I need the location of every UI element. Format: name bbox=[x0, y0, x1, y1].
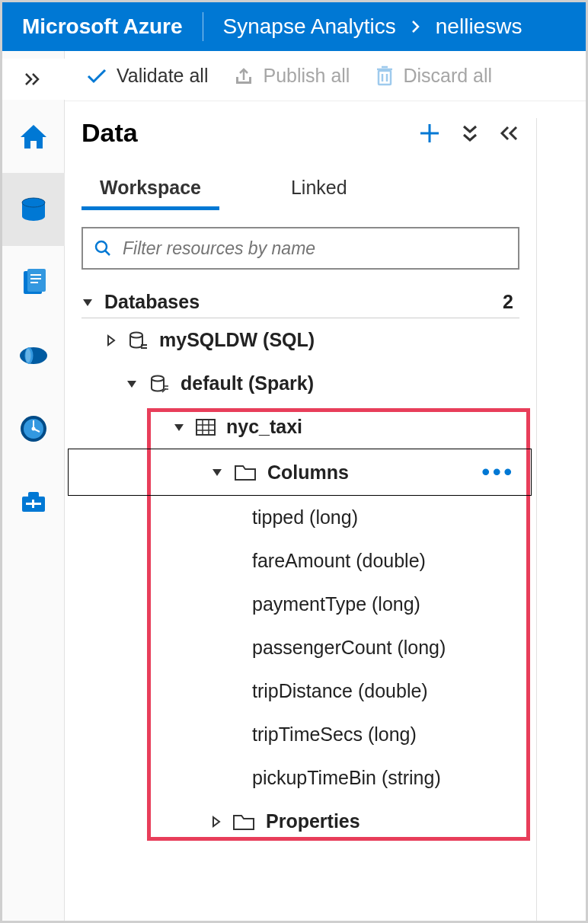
svg-rect-18 bbox=[236, 77, 238, 84]
nav-manage[interactable] bbox=[2, 465, 65, 538]
column-item[interactable]: tripDistance (double) bbox=[81, 669, 519, 713]
column-label: fareAmount (double) bbox=[252, 550, 426, 572]
resource-tree: Databases 2 mySQLDW (SQL) bbox=[81, 286, 536, 843]
databases-count: 2 bbox=[503, 291, 513, 313]
check-icon bbox=[86, 68, 107, 85]
db-default-spark-label: default (Spark) bbox=[181, 372, 314, 394]
svg-rect-16 bbox=[32, 500, 34, 508]
column-label: tripTimeSecs (long) bbox=[252, 723, 417, 746]
svg-rect-24 bbox=[197, 420, 215, 435]
column-item[interactable]: pickupTimeBin (string) bbox=[81, 756, 519, 800]
column-label: tripDistance (double) bbox=[252, 680, 428, 702]
column-label: paymentType (long) bbox=[252, 593, 420, 615]
svg-point-22 bbox=[130, 332, 142, 337]
publish-icon bbox=[234, 66, 254, 86]
column-item[interactable]: passengerCount (long) bbox=[81, 626, 519, 669]
nav-monitor[interactable] bbox=[2, 392, 65, 465]
column-label: pickupTimeBin (string) bbox=[252, 767, 441, 789]
column-item[interactable]: tipped (long) bbox=[81, 496, 519, 539]
add-button[interactable] bbox=[417, 121, 442, 145]
tab-linked[interactable]: Linked bbox=[273, 169, 366, 210]
column-item[interactable]: paymentType (long) bbox=[81, 583, 519, 626]
database-spark-icon bbox=[149, 373, 170, 394]
search-icon bbox=[94, 239, 112, 257]
chevrons-down-icon bbox=[462, 123, 478, 143]
validate-all-button[interactable]: Validate all bbox=[86, 65, 208, 87]
top-header: Microsoft Azure Synapse Analytics nellie… bbox=[2, 2, 586, 51]
table-nyc-taxi[interactable]: nyc_taxi bbox=[81, 405, 519, 449]
folder-icon bbox=[232, 813, 255, 831]
chevron-down-icon bbox=[211, 466, 223, 478]
expand-all-button[interactable] bbox=[462, 123, 478, 143]
svg-rect-20 bbox=[379, 71, 391, 85]
tab-workspace[interactable]: Workspace bbox=[81, 169, 219, 210]
svg-point-9 bbox=[25, 349, 30, 362]
folder-icon bbox=[234, 463, 257, 481]
svg-rect-14 bbox=[28, 492, 39, 498]
svg-point-7 bbox=[20, 347, 47, 364]
plus-icon bbox=[417, 121, 442, 145]
table-nyc-taxi-label: nyc_taxi bbox=[226, 416, 302, 438]
nav-integrate[interactable] bbox=[2, 319, 65, 392]
chevron-down-icon[interactable] bbox=[81, 296, 94, 308]
column-label: tipped (long) bbox=[252, 506, 358, 529]
discard-all-button[interactable]: Discard all bbox=[375, 65, 492, 87]
expand-nav-button[interactable] bbox=[2, 59, 65, 100]
brand-label: Microsoft Azure bbox=[22, 14, 183, 39]
columns-folder[interactable]: Columns ••• bbox=[81, 449, 519, 496]
filter-box[interactable] bbox=[81, 227, 519, 270]
panel-title: Data bbox=[81, 118, 138, 148]
db-mysqldw[interactable]: mySQLDW (SQL) bbox=[81, 318, 519, 362]
column-item[interactable]: fareAmount (double) bbox=[81, 539, 519, 583]
databases-label[interactable]: Databases bbox=[104, 291, 200, 313]
db-mysqldw-label: mySQLDW (SQL) bbox=[159, 329, 315, 351]
publish-all-label: Publish all bbox=[263, 65, 350, 87]
validate-all-label: Validate all bbox=[117, 65, 208, 87]
nav-data[interactable] bbox=[2, 173, 65, 246]
breadcrumb-service[interactable]: Synapse Analytics bbox=[223, 14, 396, 39]
command-bar: Validate all Publish all bbox=[65, 51, 586, 101]
table-icon bbox=[196, 419, 216, 436]
separator bbox=[203, 12, 203, 41]
more-actions-button[interactable]: ••• bbox=[481, 459, 519, 485]
column-label: passengerCount (long) bbox=[252, 637, 446, 659]
columns-label: Columns bbox=[267, 462, 349, 484]
left-nav bbox=[2, 51, 65, 921]
svg-rect-3 bbox=[27, 269, 46, 292]
collapse-panel-button[interactable] bbox=[498, 125, 519, 142]
svg-rect-6 bbox=[30, 282, 38, 283]
svg-point-23 bbox=[152, 375, 164, 381]
column-item[interactable]: tripTimeSecs (long) bbox=[81, 713, 519, 756]
nav-develop[interactable] bbox=[2, 246, 65, 319]
data-tabs: Workspace Linked bbox=[81, 169, 536, 210]
nav-home[interactable] bbox=[2, 100, 65, 173]
chevrons-left-icon bbox=[498, 125, 519, 142]
breadcrumb-workspace[interactable]: nelliesws bbox=[436, 14, 522, 39]
chevron-right-icon bbox=[408, 19, 423, 34]
discard-all-label: Discard all bbox=[403, 65, 492, 87]
svg-rect-4 bbox=[30, 274, 41, 276]
svg-rect-5 bbox=[30, 278, 41, 279]
trash-icon bbox=[375, 65, 394, 87]
svg-point-12 bbox=[31, 427, 35, 431]
svg-point-21 bbox=[96, 241, 107, 252]
chevron-down-icon bbox=[173, 421, 185, 433]
chevron-right-icon bbox=[106, 334, 117, 347]
chevron-down-icon bbox=[126, 378, 138, 390]
chevron-right-icon bbox=[211, 816, 222, 828]
publish-all-button[interactable]: Publish all bbox=[234, 65, 350, 87]
database-icon bbox=[127, 330, 149, 351]
db-default-spark[interactable]: default (Spark) bbox=[81, 362, 519, 405]
properties-folder[interactable]: Properties bbox=[81, 800, 519, 843]
svg-rect-19 bbox=[249, 77, 251, 84]
filter-input[interactable] bbox=[123, 238, 507, 259]
properties-label: Properties bbox=[266, 810, 360, 832]
